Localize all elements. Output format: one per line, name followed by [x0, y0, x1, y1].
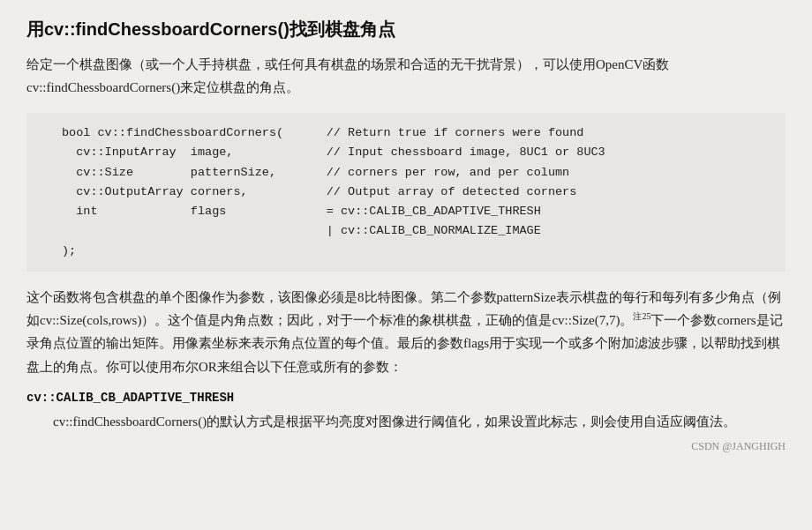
code-line-5: int flags = cv::CALIB_CB_ADAPTIVE_THRESH — [62, 205, 541, 218]
code-line-1: bool cv::findChessboardCorners( // Retur… — [62, 126, 583, 139]
intro-paragraph: 给定一个棋盘图像（或一个人手持棋盘，或任何具有棋盘的场景和合适的无干扰背景），可… — [26, 54, 786, 99]
footer-attribution: CSDN @JANGHIGH — [26, 440, 786, 453]
code-line-7: ); — [62, 244, 76, 258]
body-paragraph-1: 这个函数将包含棋盘的单个图像作为参数，该图像必须是8比特图像。第二个参数patt… — [26, 286, 786, 378]
section-body-adaptive: cv::findChessboardCorners()的默认方式是根据平均亮度对… — [26, 410, 786, 433]
code-line-3: cv::Size patternSize, // corners per row… — [62, 166, 569, 179]
section-heading-adaptive: cv::CALIB_CB_ADAPTIVE_THRESH — [26, 391, 786, 405]
page-title: 用cv::findChessboardCorners()找到棋盘角点 — [26, 18, 786, 41]
code-line-2: cv::InputArray image, // Input chessboar… — [62, 146, 605, 159]
code-line-6: | cv::CALIB_CB_NORMALIZE_IMAGE — [62, 224, 541, 237]
code-block: bool cv::findChessboardCorners( // Retur… — [26, 113, 786, 272]
footnote-25: 注25 — [633, 311, 650, 321]
code-line-4: cv::OutputArray corners, // Output array… — [62, 185, 576, 198]
